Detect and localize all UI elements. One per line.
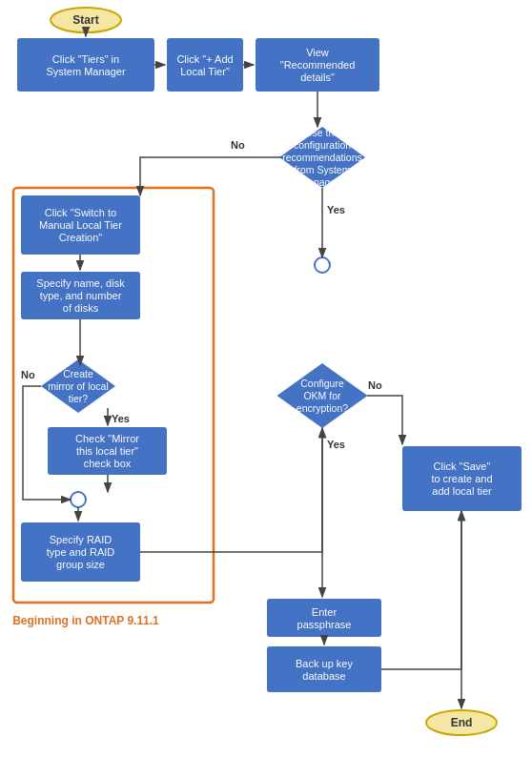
svg-text:Yes: Yes [327,204,345,215]
svg-text:Yes: Yes [327,439,345,450]
svg-text:ConfigureOKM forencryption?: ConfigureOKM forencryption? [297,378,348,414]
svg-point-19 [71,492,86,507]
main-svg: StartClick "Tiers" inSystem ManagerClick… [0,0,532,757]
flowchart: StartClick "Tiers" inSystem ManagerClick… [0,0,532,757]
svg-text:No: No [368,379,382,391]
svg-text:Createmirror of localtier?: Createmirror of localtier? [48,368,109,404]
svg-text:Check "Mirrorthis local tier"c: Check "Mirrorthis local tier"check box [75,433,139,469]
svg-text:No: No [231,139,245,151]
svg-point-11 [315,257,330,273]
svg-text:End: End [451,716,473,729]
svg-text:No: No [21,369,35,380]
svg-text:Use theconfigurationrecommenda: Use theconfigurationrecommendationsfrom … [282,127,361,188]
svg-text:Click "Save"to create andadd l: Click "Save"to create andadd local tier [431,460,492,497]
svg-text:Beginning in ONTAP 9.11.1: Beginning in ONTAP 9.11.1 [12,614,159,627]
svg-text:Back up keydatabase: Back up keydatabase [296,658,353,682]
svg-text:Yes: Yes [112,413,130,424]
svg-text:Start: Start [72,13,98,27]
svg-text:Click "Tiers" inSystem Manager: Click "Tiers" inSystem Manager [46,53,125,77]
svg-text:Click "+ AddLocal Tier": Click "+ AddLocal Tier" [176,53,233,77]
svg-text:Specify RAIDtype and RAIDgroup: Specify RAIDtype and RAIDgroup size [47,534,115,570]
